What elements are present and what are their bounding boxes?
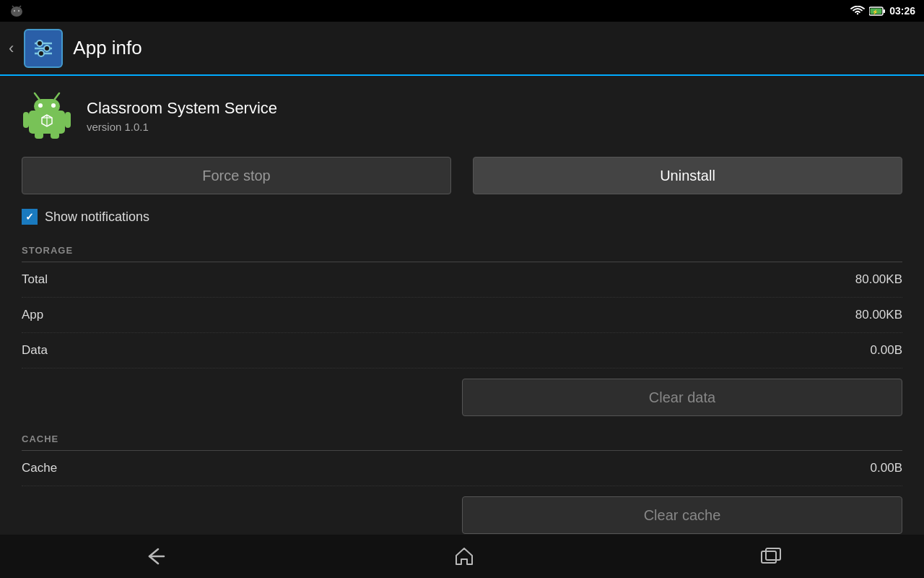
svg-point-2 xyxy=(18,10,19,12)
force-stop-button[interactable]: Force stop xyxy=(22,157,451,194)
svg-point-13 xyxy=(44,46,50,51)
svg-rect-22 xyxy=(65,112,71,128)
checkbox-row: Show notifications xyxy=(22,209,902,225)
app-details: Classroom System Service version 1.0.1 xyxy=(87,99,277,133)
svg-point-17 xyxy=(38,103,43,108)
cache-label: Cache xyxy=(22,461,57,475)
storage-total-row: Total 80.00KB xyxy=(22,262,902,298)
buttons-row: Force stop Uninstall xyxy=(22,157,902,194)
svg-line-4 xyxy=(19,6,21,7)
svg-rect-16 xyxy=(34,99,60,113)
svg-rect-21 xyxy=(23,112,29,128)
page-title: App info xyxy=(73,37,141,59)
svg-rect-28 xyxy=(762,551,776,563)
clear-cache-button[interactable]: Clear cache xyxy=(462,496,902,534)
cache-value: 0.00B xyxy=(871,461,902,475)
svg-point-18 xyxy=(51,103,56,108)
back-chevron-icon[interactable]: ‹ xyxy=(9,39,14,58)
svg-point-14 xyxy=(38,51,44,56)
nav-recents-button[interactable] xyxy=(760,547,782,566)
cache-section-header: CACHE xyxy=(22,434,902,451)
clear-cache-btn-row: Clear cache xyxy=(22,486,902,534)
svg-line-19 xyxy=(35,93,39,99)
storage-app-value: 80.00KB xyxy=(855,308,902,322)
clear-data-button[interactable]: Clear data xyxy=(462,379,902,416)
svg-rect-24 xyxy=(51,131,59,139)
svg-rect-6 xyxy=(884,9,886,13)
app-icon xyxy=(22,90,72,141)
nav-back-button[interactable] xyxy=(142,546,168,566)
svg-point-12 xyxy=(37,40,43,46)
app-icon-box xyxy=(24,29,63,68)
storage-data-value: 0.00B xyxy=(871,343,902,358)
clear-data-btn-row: Clear data xyxy=(22,368,902,416)
svg-line-3 xyxy=(12,6,14,7)
svg-rect-29 xyxy=(766,548,780,560)
cache-row: Cache 0.00B xyxy=(22,451,902,486)
cache-section: CACHE Cache 0.00B Clear cache xyxy=(22,434,902,534)
status-bar-right: ⚡ 03:26 xyxy=(850,5,915,17)
storage-total-value: 80.00KB xyxy=(855,272,902,287)
svg-rect-23 xyxy=(35,131,43,139)
storage-app-row: App 80.00KB xyxy=(22,298,902,333)
clock: 03:26 xyxy=(889,5,915,17)
battery-icon: ⚡ xyxy=(869,7,885,16)
storage-data-row: Data 0.00B xyxy=(22,333,902,368)
svg-point-1 xyxy=(14,10,15,12)
wifi-icon xyxy=(850,6,865,16)
storage-app-label: App xyxy=(22,308,43,322)
nav-bar xyxy=(0,535,924,578)
app-header: Classroom System Service version 1.0.1 xyxy=(22,90,902,141)
main-content: Classroom System Service version 1.0.1 F… xyxy=(0,76,924,535)
app-bar: ‹ App info xyxy=(0,22,924,76)
storage-data-label: Data xyxy=(22,343,48,358)
svg-line-20 xyxy=(55,93,59,99)
status-bar: ⚡ 03:26 xyxy=(0,0,924,22)
storage-section: STORAGE Total 80.00KB App 80.00KB Data 0… xyxy=(22,245,902,416)
nav-home-button[interactable] xyxy=(453,545,475,567)
svg-text:⚡: ⚡ xyxy=(872,9,879,15)
uninstall-button[interactable]: Uninstall xyxy=(473,157,902,194)
storage-section-header: STORAGE xyxy=(22,245,902,262)
app-version: version 1.0.1 xyxy=(87,121,277,133)
show-notifications-checkbox[interactable] xyxy=(22,209,38,225)
show-notifications-label: Show notifications xyxy=(45,210,149,225)
app-name: Classroom System Service xyxy=(87,99,277,118)
storage-total-label: Total xyxy=(22,272,48,287)
status-bar-left-icon xyxy=(9,3,25,19)
